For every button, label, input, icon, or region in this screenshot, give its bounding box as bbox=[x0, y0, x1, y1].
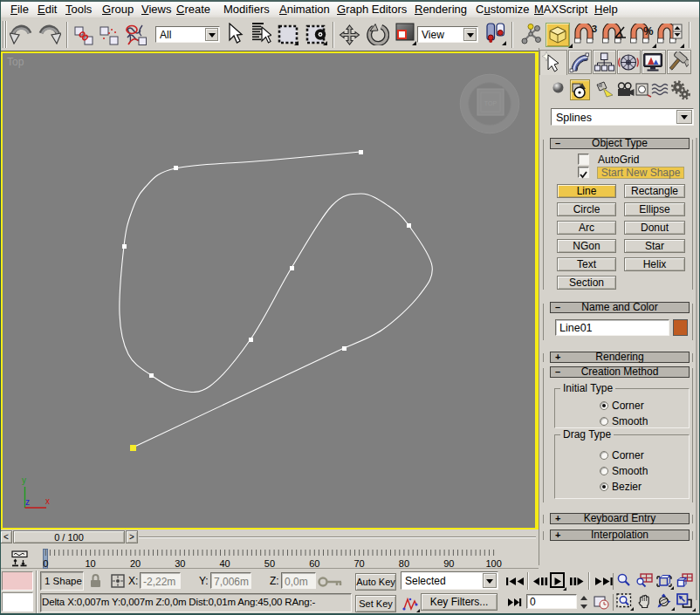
svg-text:40: 40 bbox=[219, 558, 230, 569]
svg-text:y: y bbox=[22, 475, 26, 485]
svg-text:10: 10 bbox=[85, 558, 95, 569]
svg-text:100: 100 bbox=[485, 558, 501, 569]
svg-text:20: 20 bbox=[130, 558, 141, 569]
svg-text:60: 60 bbox=[309, 558, 319, 569]
svg-text:0: 0 bbox=[43, 558, 48, 569]
svg-text:90: 90 bbox=[443, 558, 454, 569]
svg-text:80: 80 bbox=[399, 558, 409, 569]
svg-text:50: 50 bbox=[264, 558, 275, 569]
svg-text:x: x bbox=[45, 496, 50, 506]
svg-text:70: 70 bbox=[353, 558, 364, 569]
svg-text:3: 3 bbox=[592, 24, 597, 34]
svg-text:z: z bbox=[25, 497, 30, 507]
svg-text:30: 30 bbox=[175, 558, 185, 569]
svg-text:%: % bbox=[643, 24, 654, 38]
